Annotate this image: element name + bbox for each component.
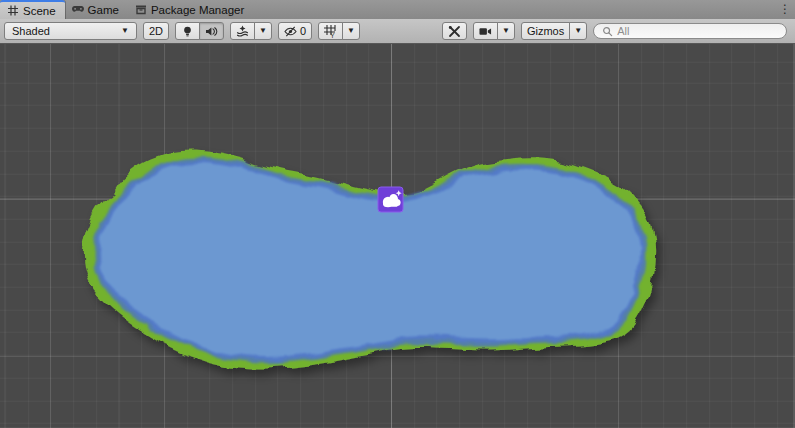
unity-scene-view-window: Scene Game Package Manager ⋮ Shaded ▼ 2D [0, 0, 795, 428]
scene-lighting-button[interactable] [175, 22, 200, 40]
effects-button[interactable] [230, 22, 255, 40]
scene-viewport[interactable] [0, 44, 795, 428]
tab-package-manager-label: Package Manager [151, 4, 244, 16]
lightbulb-icon [181, 25, 194, 38]
gizmos-group: Gizmos ▼ [521, 22, 587, 40]
audio-icon [205, 25, 218, 38]
scene-audio-button[interactable] [199, 22, 224, 40]
gizmos-label: Gizmos [527, 25, 564, 37]
gizmos-button[interactable]: Gizmos [521, 22, 570, 40]
tab-scene-label: Scene [23, 5, 56, 17]
component-tools-button[interactable] [442, 22, 467, 40]
effects-group: ▼ [230, 22, 272, 40]
chevron-down-icon: ▼ [574, 27, 582, 35]
scene-camera-button[interactable] [473, 22, 498, 40]
grid-snap-group: Y ▼ [318, 22, 360, 40]
scene-search-field[interactable]: All [593, 23, 787, 39]
scene-toolbar: Shaded ▼ 2D ▼ [0, 19, 795, 44]
sprite-shape-gizmo[interactable] [378, 187, 403, 212]
chevron-down-icon: ▼ [502, 27, 510, 35]
search-placeholder: All [617, 25, 629, 37]
grid-dropdown-arrow[interactable]: ▼ [342, 22, 360, 40]
package-icon [135, 4, 147, 16]
gizmos-dropdown-arrow[interactable]: ▼ [569, 22, 587, 40]
scene-visibility-button[interactable]: 0 [278, 22, 312, 40]
search-icon [602, 26, 613, 37]
svg-text:Y: Y [330, 31, 335, 37]
water-blob-sprite [0, 44, 795, 428]
draw-mode-dropdown[interactable]: Shaded ▼ [4, 22, 137, 40]
chevron-down-icon: ▼ [259, 27, 267, 35]
lighting-audio-group [175, 22, 224, 40]
chevron-down-icon: ▼ [347, 27, 355, 35]
water-fill [96, 160, 643, 360]
effects-dropdown-arrow[interactable]: ▼ [254, 22, 272, 40]
visibility-group: 0 [278, 22, 312, 40]
tab-scene[interactable]: Scene [0, 0, 65, 19]
tools-group [442, 22, 467, 40]
toggle-2d-button[interactable]: 2D [143, 22, 169, 40]
visibility-count: 0 [300, 25, 306, 37]
tab-package-manager[interactable]: Package Manager [128, 0, 253, 19]
draw-mode-label: Shaded [12, 25, 50, 37]
chevron-down-icon: ▼ [121, 27, 129, 35]
tab-game-label: Game [88, 4, 119, 16]
effects-icon [236, 25, 249, 38]
view-toggle-group: 2D [143, 22, 169, 40]
eye-slash-icon [284, 25, 297, 38]
camera-dropdown-arrow[interactable]: ▼ [497, 22, 515, 40]
tab-game[interactable]: Game [65, 0, 128, 19]
scene-grid-icon [7, 5, 19, 17]
camera-group: ▼ [473, 22, 515, 40]
game-controller-icon [72, 4, 84, 16]
grid-snap-icon: Y [324, 25, 337, 38]
camera-icon [479, 25, 492, 38]
component-tools-icon [448, 25, 461, 38]
tab-bar: Scene Game Package Manager ⋮ [0, 0, 795, 19]
grid-visual-button[interactable]: Y [318, 22, 343, 40]
toggle-2d-label: 2D [149, 25, 163, 37]
kebab-menu-icon[interactable]: ⋮ [779, 1, 791, 17]
